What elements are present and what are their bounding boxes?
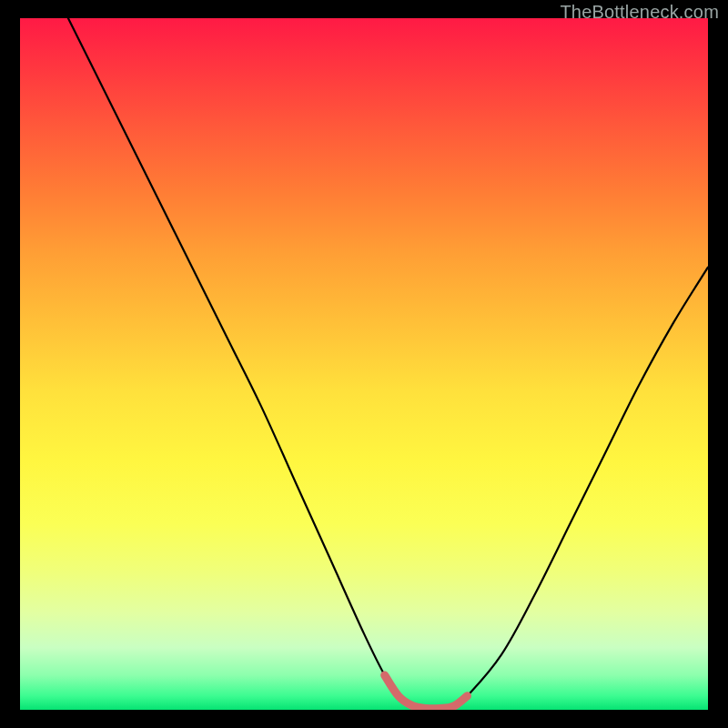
watermark-text: TheBottleneck.com	[560, 2, 719, 23]
bottleneck-curve	[68, 18, 708, 709]
chart-viewport: TheBottleneck.com	[0, 0, 728, 728]
trough-marker	[385, 675, 468, 709]
plot-area	[20, 18, 708, 710]
curve-layer	[20, 18, 708, 710]
